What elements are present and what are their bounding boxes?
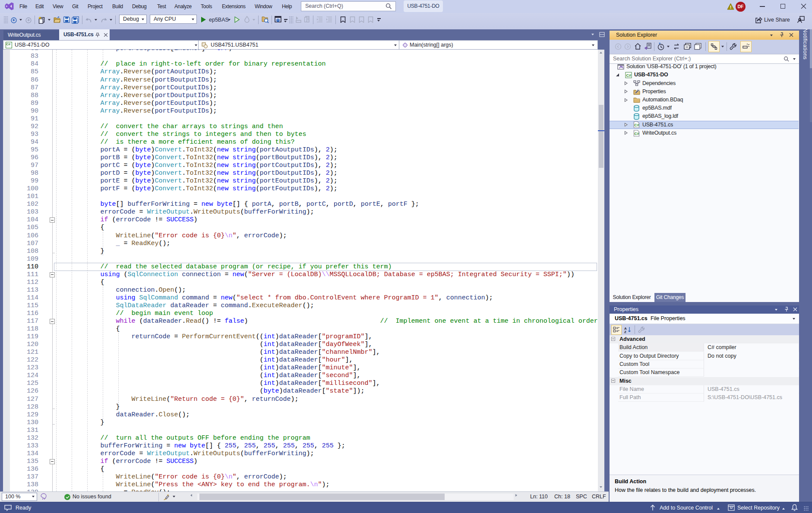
svg-text:C#: C# xyxy=(635,132,639,136)
svg-text:Z: Z xyxy=(624,330,626,334)
svg-text:C#: C# xyxy=(635,123,639,127)
svg-text:C#: C# xyxy=(626,73,632,78)
